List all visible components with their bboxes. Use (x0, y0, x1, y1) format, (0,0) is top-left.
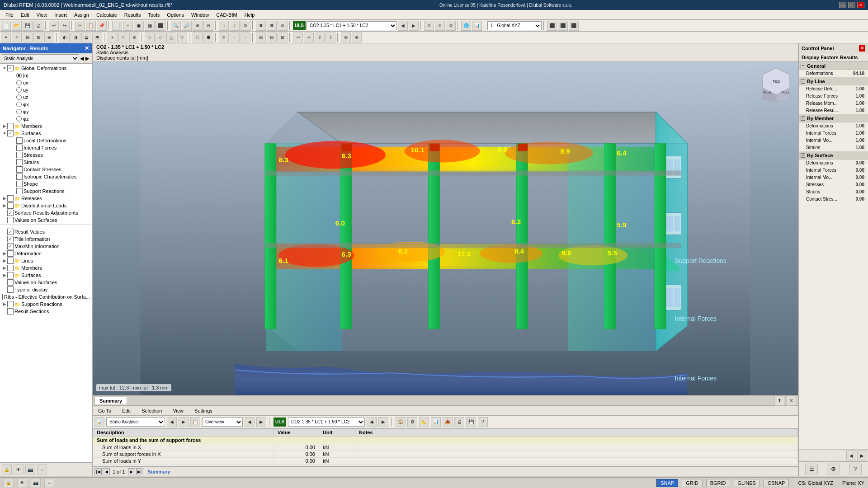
expander-releases[interactable]: ▶ (2, 196, 7, 201)
tree-item-surfaces[interactable]: ▼ ✓ 📁 Surfaces (0, 130, 92, 137)
check-ribs[interactable] (2, 294, 4, 300)
summ-icon10[interactable]: ? (478, 417, 488, 427)
tb2-icon21[interactable]: ⋯ (241, 33, 250, 42)
tb-icon14[interactable]: ✖ (267, 21, 277, 31)
check-type-display[interactable] (7, 286, 14, 293)
summ-icon2[interactable]: 📋 (190, 417, 200, 427)
expander-surfaces[interactable]: ▼ (2, 131, 7, 136)
tb2-icon23[interactable]: ⊟ (267, 33, 277, 42)
menu-file[interactable]: File (2, 11, 17, 19)
check-surface-results[interactable]: ✓ (7, 210, 14, 216)
first-page[interactable]: |◀ (94, 468, 102, 475)
tb2-icon13[interactable]: ▷ (145, 33, 155, 42)
cp-close-button[interactable]: ✕ (859, 45, 865, 52)
cp-collapse-byline[interactable]: − (801, 79, 805, 84)
menu-help[interactable]: Help (241, 11, 259, 19)
tb-icon13[interactable]: ✖ (256, 21, 266, 31)
expander-global-deform[interactable]: ▼ (2, 66, 7, 70)
summ-icon1[interactable]: 📊 (94, 417, 104, 427)
status-icon2[interactable]: 👁 (17, 478, 27, 488)
tb2-icon27[interactable]: ⇧ (315, 33, 325, 42)
tb2-icon17[interactable]: ⬡ (193, 33, 203, 42)
cp-icon-help[interactable]: ? (849, 464, 862, 474)
tree-item-members[interactable]: ▶ 📁 Members (0, 122, 92, 130)
tree-item-phix[interactable]: φx (0, 101, 92, 108)
cp-surf-strains-val[interactable]: 0.00 (856, 189, 864, 194)
prev-page[interactable]: ◀ (103, 468, 110, 475)
tree-item-local-def[interactable]: Local Deformations (0, 137, 92, 144)
menu-assign[interactable]: Assign (71, 11, 93, 19)
nav-prev-arrow[interactable]: ◀ (79, 56, 85, 61)
tree-item-lines[interactable]: ▶ 📁 Lines (0, 257, 92, 264)
radio-uz[interactable] (16, 94, 22, 100)
radio-phix[interactable] (16, 102, 22, 107)
menu-cadbim[interactable]: CAD-BIM (212, 11, 241, 19)
check-values-surf[interactable] (7, 217, 14, 223)
tb-icon3[interactable]: ◼ (134, 21, 144, 31)
maximize-button[interactable]: □ (848, 2, 855, 8)
tree-item-members-2[interactable]: ▶ 📁 Members (0, 264, 92, 272)
summ-icon6[interactable]: 📊 (431, 417, 441, 427)
status-icon1[interactable]: 🔒 (4, 478, 14, 488)
tb2-icon12[interactable]: ⊛ (129, 33, 139, 42)
summary-close[interactable]: ✕ (786, 396, 796, 406)
tb2-icon30[interactable]: ⊗ (352, 33, 362, 42)
paste-button[interactable]: 📌 (97, 21, 107, 31)
cp-release-mom-val[interactable]: 1.00 (856, 101, 864, 106)
tb2-icon9[interactable]: ◓ (92, 33, 102, 42)
cp-collapse-general[interactable]: − (801, 64, 805, 68)
check-isotropic[interactable] (16, 174, 23, 180)
tree-item-phiz[interactable]: φz (0, 115, 92, 122)
tb-icon8[interactable]: ⊕ (193, 21, 203, 31)
tree-item-values-surf-2[interactable]: Values on Surfaces (0, 279, 92, 286)
expander-members-2[interactable]: ▶ (2, 266, 7, 270)
tb2-icon2[interactable]: ✧ (12, 33, 22, 42)
next-case[interactable]: ▶ (409, 21, 419, 31)
menu-goto[interactable]: Go To (94, 407, 115, 414)
tree-item-ribs[interactable]: Ribs - Effective Contribution on Surfa..… (0, 293, 92, 300)
combo-view[interactable]: 1 - Global XYZ (487, 21, 542, 30)
cp-release-resu-val[interactable]: 1.00 (856, 108, 864, 113)
tree-item-u-abs[interactable]: |u| (0, 72, 92, 79)
menu-settings[interactable]: Settings (191, 407, 216, 414)
cp-icon-settings[interactable]: ⚙ (827, 464, 840, 474)
combo-summ-case[interactable]: CO2 1.35 * LC1 + 1.50 * LC2 (288, 418, 365, 427)
nav-icon3[interactable]: 📷 (25, 465, 35, 474)
check-releases[interactable] (7, 195, 14, 202)
tb-icon7[interactable]: 🔎 (182, 21, 192, 31)
tree-item-title-info[interactable]: ✓ Title Information (0, 235, 92, 243)
tree-item-result-sections[interactable]: Result Sections (0, 308, 92, 315)
cp-mem-strains-val[interactable]: 1.00 (856, 145, 864, 150)
tree-item-uz[interactable]: uz (0, 94, 92, 101)
copy-button[interactable]: 📋 (86, 21, 96, 31)
status-icon4[interactable]: ↔ (44, 478, 54, 488)
btn-osnap[interactable]: OSNAP (764, 479, 789, 487)
tb-icon6[interactable]: 🔍 (171, 21, 181, 31)
btn-bgrid[interactable]: BGRID (706, 479, 730, 487)
tb2-icon26[interactable]: ⇨ (304, 33, 314, 42)
tree-item-releases[interactable]: ▶ 📁 Releases (0, 195, 92, 202)
tree-item-support-reactions-surf[interactable]: Support Reactions (0, 188, 92, 195)
tb2-icon3[interactable]: ⊞ (23, 33, 33, 42)
nav-icon2[interactable]: 👁 (14, 465, 24, 474)
tb-icon9[interactable]: ⊖ (203, 21, 213, 31)
tb2-icon15[interactable]: △ (166, 33, 176, 42)
check-contact[interactable] (16, 166, 23, 173)
tree-item-values-surf[interactable]: Values on Surfaces (0, 216, 92, 224)
tb-icon5[interactable]: ⬛ (156, 21, 165, 31)
tb-icon4[interactable]: ▦ (145, 21, 155, 31)
cp-release-defo-val[interactable]: 1.00 (856, 86, 864, 91)
close-button[interactable]: ✕ (857, 2, 864, 8)
tb-icon23[interactable]: ⬛ (569, 21, 579, 31)
check-stresses[interactable] (16, 152, 23, 158)
tree-item-surface-results[interactable]: ✓ Surface Results Adjustments (0, 209, 92, 216)
radio-uy[interactable] (16, 87, 22, 93)
tree-item-contact-stresses[interactable]: Contact Stresses (0, 166, 92, 173)
tb-icon20[interactable]: 📊 (472, 21, 482, 31)
tb2-icon28[interactable]: ⇩ (326, 33, 335, 42)
tb2-icon11[interactable]: ⌗ (118, 33, 128, 42)
summ-prev2[interactable]: ◀ (245, 417, 255, 427)
tb-icon11[interactable]: ↕ (230, 21, 240, 31)
tb2-icon25[interactable]: ⇦ (293, 33, 303, 42)
menu-results[interactable]: Results (121, 11, 145, 19)
